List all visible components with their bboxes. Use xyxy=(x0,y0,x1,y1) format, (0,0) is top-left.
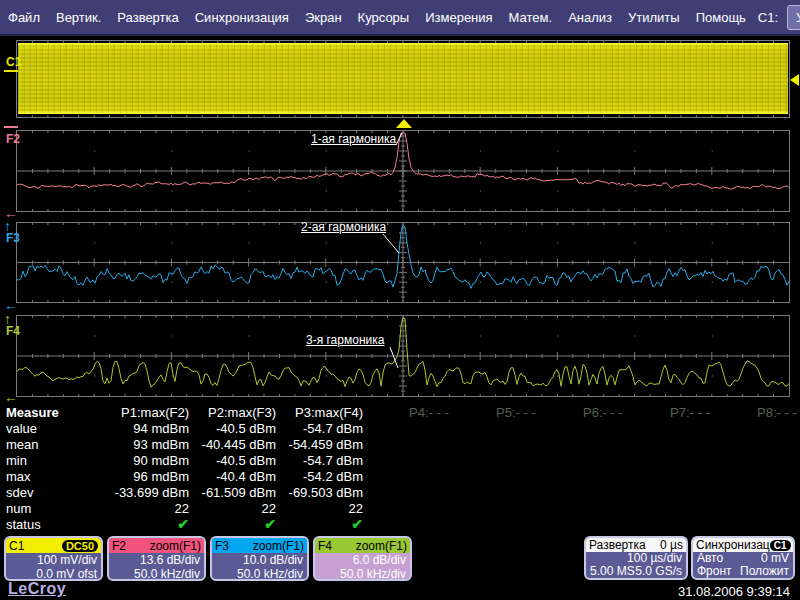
menu-item-9[interactable]: Утилиты xyxy=(620,10,688,25)
descriptor-f3-line-0: 10.0 dB/div xyxy=(212,553,307,567)
measure-row-label-num: num xyxy=(6,501,102,516)
menu-item-3[interactable]: Синхронизация xyxy=(187,10,297,25)
measure-sdev-p2: -61.509 dBm xyxy=(189,485,276,500)
measure-max-p3: -54.2 dBm xyxy=(276,469,363,484)
grid-f4[interactable] xyxy=(16,315,790,397)
trigger-source-badge: C1 xyxy=(770,540,791,551)
grid-f2[interactable] xyxy=(16,130,790,212)
f4-offset-arrow-icon[interactable]: ← xyxy=(4,390,18,404)
timebase-box[interactable]: Развертка 0 µs 100 µs/div 5.00 MS 5.0 GS… xyxy=(584,536,688,580)
measure-title: Measure xyxy=(6,405,102,420)
descriptor-c1[interactable]: C1DC50100 mV/div0.0 mV ofst xyxy=(4,536,103,581)
measure-status-p3: ✔ xyxy=(276,516,363,532)
timebase-rate: 5.0 GS/s xyxy=(635,565,682,578)
measure-col-3[interactable]: P3:max(F4) xyxy=(276,405,363,420)
trigger-level-marker[interactable] xyxy=(790,74,799,86)
measure-col-2[interactable]: P2:max(F3) xyxy=(189,405,276,420)
descriptor-f4-source: zoom(F1) xyxy=(356,540,407,552)
f3-annotation: 2-ая гармоника xyxy=(301,220,386,234)
measure-col-6[interactable]: P6:- - - xyxy=(537,405,624,420)
f2-top-marker[interactable] xyxy=(4,126,18,128)
descriptor-f3[interactable]: F3zoom(F1)10.0 dB/div50.0 kHz/div xyxy=(210,536,309,581)
measure-mean-p2: -40.445 dBm xyxy=(189,437,276,452)
measure-row-label-status: status xyxy=(6,517,102,532)
menu-item-8[interactable]: Анализ xyxy=(560,10,620,25)
menu-bar: ФайлВертик.РазверткаСинхронизацияЭкранКу… xyxy=(0,0,800,36)
grid-c1[interactable] xyxy=(16,40,790,118)
measure-min-p2: -40.5 dBm xyxy=(189,453,276,468)
menu-right: C1: Установки xyxy=(754,5,800,30)
measure-row-label-value: value xyxy=(6,421,102,436)
descriptor-f2[interactable]: F2zoom(F1)13.6 dB/div50.0 kHz/div xyxy=(107,536,206,581)
menu-item-2[interactable]: Развертка xyxy=(109,10,186,25)
descriptor-f4-line-0: 6.0 dB/div xyxy=(315,553,410,567)
trigger-position-marker[interactable] xyxy=(396,119,412,128)
f2-trace-label: F2 xyxy=(6,133,20,145)
datetime-label: 31.08.2006 9:39:14 xyxy=(678,584,790,599)
c1-ground-marker[interactable] xyxy=(4,70,18,72)
grid-f2-canvas xyxy=(17,131,789,211)
measure-col-5[interactable]: P5:- - - xyxy=(450,405,537,420)
measure-row-label-mean: mean xyxy=(6,437,102,452)
measure-table: MeasureP1:max(F2)P2:max(F3)P3:max(F4)P4:… xyxy=(6,404,798,532)
measure-num-p2: 22 xyxy=(189,501,276,516)
descriptor-f2-line-1: 50.0 kHz/div xyxy=(109,567,204,581)
grid-f4-canvas xyxy=(17,316,789,396)
c1-trace-label: C1 xyxy=(6,56,21,68)
setup-button[interactable]: Установки xyxy=(787,5,800,30)
f2-annotation: 1-ая гармоника xyxy=(311,132,396,146)
timebase-title: Развертка xyxy=(589,539,646,551)
menu-item-10[interactable]: Помощь xyxy=(688,10,754,25)
menu-items: ФайлВертик.РазверткаСинхронизацияЭкранКу… xyxy=(0,10,754,25)
descriptor-f4-id: F4 xyxy=(318,540,332,552)
descriptor-f3-header: F3zoom(F1) xyxy=(212,538,307,553)
descriptor-f3-line-1: 50.0 kHz/div xyxy=(212,567,307,581)
descriptor-c1-line-0: 100 mV/div xyxy=(6,553,101,567)
menu-item-6[interactable]: Измерения xyxy=(417,10,500,25)
trigger-coupling: Фронт xyxy=(697,565,732,578)
menu-item-4[interactable]: Экран xyxy=(297,10,350,25)
menu-item-5[interactable]: Курсоры xyxy=(350,10,418,25)
f3-offset-arrow-icon[interactable]: ← xyxy=(4,298,18,312)
descriptor-f4[interactable]: F4zoom(F1)6.0 dB/div50.0 kHz/div xyxy=(313,536,412,581)
menu-item-1[interactable]: Вертик. xyxy=(48,10,109,25)
menu-item-7[interactable]: Матем. xyxy=(501,10,561,25)
measure-value-p3: -54.7 dBm xyxy=(276,421,363,436)
descriptor-c1-line-1: 0.0 mV ofst xyxy=(6,567,101,581)
c1-waveform-band xyxy=(18,43,788,114)
descriptor-f2-source: zoom(F1) xyxy=(150,540,201,552)
descriptor-c1-id: C1 xyxy=(9,540,24,552)
measure-status-p2: ✔ xyxy=(189,516,276,532)
grid-f3-canvas xyxy=(17,223,789,302)
descriptor-f4-line-1: 50.0 kHz/div xyxy=(315,567,410,581)
timebase-offset: 0 µs xyxy=(660,539,683,551)
measure-sdev-p3: -69.503 dBm xyxy=(276,485,363,500)
measure-col-1[interactable]: P1:max(F2) xyxy=(102,405,189,420)
measure-value-p2: -40.5 dBm xyxy=(189,421,276,436)
measure-value-p1: 94 mdBm xyxy=(102,421,189,436)
measure-mean-p3: -54.459 dBm xyxy=(276,437,363,452)
measure-min-p3: -54.7 dBm xyxy=(276,453,363,468)
grid-f3[interactable] xyxy=(16,222,790,303)
trigger-box[interactable]: Синхронизац C1 Авто 0 mV Фронт Положит xyxy=(691,536,795,580)
measure-status-p1: ✔ xyxy=(102,516,189,532)
trigger-slope: Положит xyxy=(740,565,789,578)
active-channel-label: C1: xyxy=(754,10,782,25)
measure-sdev-p1: -33.699 dBm xyxy=(102,485,189,500)
descriptor-f2-id: F2 xyxy=(112,540,126,552)
measure-mean-p1: 93 mdBm xyxy=(102,437,189,452)
measure-row-label-sdev: sdev xyxy=(6,485,102,500)
f4-annotation: 3-я гармоника xyxy=(306,333,384,347)
measure-row-label-max: max xyxy=(6,469,102,484)
measure-col-7[interactable]: P7:- - - xyxy=(624,405,711,420)
coupling-badge: DC50 xyxy=(62,540,98,552)
descriptor-f3-id: F3 xyxy=(215,540,229,552)
trigger-title: Синхронизац xyxy=(696,539,770,551)
measure-col-8[interactable]: P8:- - - xyxy=(711,405,798,420)
menu-item-0[interactable]: Файл xyxy=(0,10,48,25)
descriptor-c1-header: C1DC50 xyxy=(6,538,101,553)
measure-row-label-min: min xyxy=(6,453,102,468)
measure-min-p1: 90 mdBm xyxy=(102,453,189,468)
descriptor-f4-header: F4zoom(F1) xyxy=(315,538,410,553)
measure-col-4[interactable]: P4:- - - xyxy=(363,405,450,420)
